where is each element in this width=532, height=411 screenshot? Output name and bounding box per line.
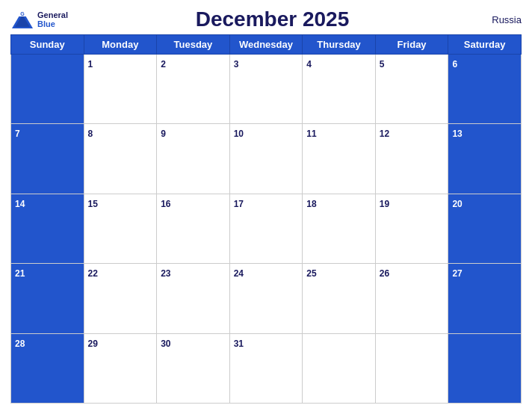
calendar-cell: 9 xyxy=(157,124,230,194)
day-number: 14 xyxy=(15,199,25,209)
calendar-cell: 29 xyxy=(84,333,157,403)
calendar-cell: 12 xyxy=(375,124,448,194)
calendar-cell: 31 xyxy=(229,333,303,403)
calendar-cell: 6 xyxy=(448,55,522,124)
day-number: 19 xyxy=(380,199,389,209)
logo-general-text: General xyxy=(37,10,68,19)
day-number: 23 xyxy=(161,268,170,279)
day-number: 26 xyxy=(380,268,389,279)
week-row-2: 14151617181920 xyxy=(11,194,522,263)
calendar-cell: 21 xyxy=(11,264,84,333)
day-number: 7 xyxy=(15,129,20,139)
day-number: 27 xyxy=(452,268,462,279)
calendar-cell: 7 xyxy=(11,124,84,194)
calendar-cell: 24 xyxy=(229,264,303,333)
day-number: 28 xyxy=(15,339,25,349)
week-row-0: 123456 xyxy=(11,55,522,124)
svg-text:G: G xyxy=(20,11,25,16)
weekday-header-monday: Monday xyxy=(84,35,157,55)
calendar-cell: 11 xyxy=(303,124,376,194)
calendar-cell: 23 xyxy=(157,264,230,333)
calendar-cell: 4 xyxy=(303,55,376,124)
weekday-header-thursday: Thursday xyxy=(303,35,376,55)
header: G General Blue December 2025 Russia xyxy=(10,7,522,31)
calendar-cell: 5 xyxy=(375,55,448,124)
day-number: 2 xyxy=(161,59,166,69)
day-number: 11 xyxy=(306,129,316,139)
day-number: 13 xyxy=(452,129,462,139)
logo-icon: G xyxy=(10,9,34,30)
calendar-cell: 10 xyxy=(229,124,303,194)
day-number: 16 xyxy=(161,199,170,209)
calendar-cell: 20 xyxy=(448,194,522,263)
week-row-1: 78910111213 xyxy=(11,124,522,194)
day-number: 17 xyxy=(234,199,244,209)
calendar-cell: 28 xyxy=(11,333,84,403)
logo-text: General Blue xyxy=(37,10,68,28)
calendar-cell: 17 xyxy=(229,194,303,263)
calendar-cell: 30 xyxy=(157,333,230,403)
day-number: 30 xyxy=(161,339,170,349)
calendar-cell: 15 xyxy=(84,194,157,263)
day-number: 8 xyxy=(88,129,93,139)
day-number: 4 xyxy=(306,59,312,69)
day-number: 3 xyxy=(234,59,239,69)
calendar-cell: 16 xyxy=(157,194,230,263)
calendar-cell xyxy=(303,333,376,403)
day-number: 18 xyxy=(306,199,316,209)
calendar-cell: 22 xyxy=(84,264,157,333)
day-number: 1 xyxy=(88,59,93,69)
calendar-cell: 2 xyxy=(157,55,230,124)
day-number: 5 xyxy=(380,59,385,69)
weekday-header-wednesday: Wednesday xyxy=(229,35,303,55)
logo: G General Blue xyxy=(10,9,68,30)
day-number: 15 xyxy=(88,199,98,209)
calendar-cell: 13 xyxy=(448,124,522,194)
day-number: 6 xyxy=(452,59,457,69)
week-row-4: 28293031 xyxy=(11,333,522,403)
weekday-header-tuesday: Tuesday xyxy=(157,35,230,55)
day-number: 25 xyxy=(306,268,316,279)
weekday-header-row: SundayMondayTuesdayWednesdayThursdayFrid… xyxy=(11,35,522,55)
day-number: 10 xyxy=(234,129,244,139)
week-row-3: 21222324252627 xyxy=(11,264,522,333)
calendar-cell: 1 xyxy=(84,55,157,124)
calendar-cell: 8 xyxy=(84,124,157,194)
day-number: 24 xyxy=(234,268,244,279)
calendar-cell: 3 xyxy=(229,55,303,124)
calendar-cell xyxy=(11,55,84,124)
calendar-cell: 25 xyxy=(303,264,376,333)
logo-blue-text: Blue xyxy=(37,19,68,28)
day-number: 31 xyxy=(234,339,244,349)
calendar-cell: 27 xyxy=(448,264,522,333)
weekday-header-friday: Friday xyxy=(375,35,448,55)
calendar-cell: 14 xyxy=(11,194,84,263)
weekday-header-saturday: Saturday xyxy=(448,35,522,55)
country-label: Russia xyxy=(477,14,522,25)
day-number: 29 xyxy=(88,339,98,349)
month-title: December 2025 xyxy=(68,7,477,31)
day-number: 20 xyxy=(452,199,462,209)
calendar-cell xyxy=(448,333,522,403)
calendar-cell: 18 xyxy=(303,194,376,263)
weekday-header-sunday: Sunday xyxy=(11,35,84,55)
calendar-table: SundayMondayTuesdayWednesdayThursdayFrid… xyxy=(10,34,522,404)
day-number: 22 xyxy=(88,268,98,279)
calendar-cell: 26 xyxy=(375,264,448,333)
day-number: 12 xyxy=(380,129,389,139)
calendar-cell xyxy=(375,333,448,403)
calendar-cell: 19 xyxy=(375,194,448,263)
day-number: 9 xyxy=(161,129,166,139)
day-number: 21 xyxy=(15,268,25,279)
